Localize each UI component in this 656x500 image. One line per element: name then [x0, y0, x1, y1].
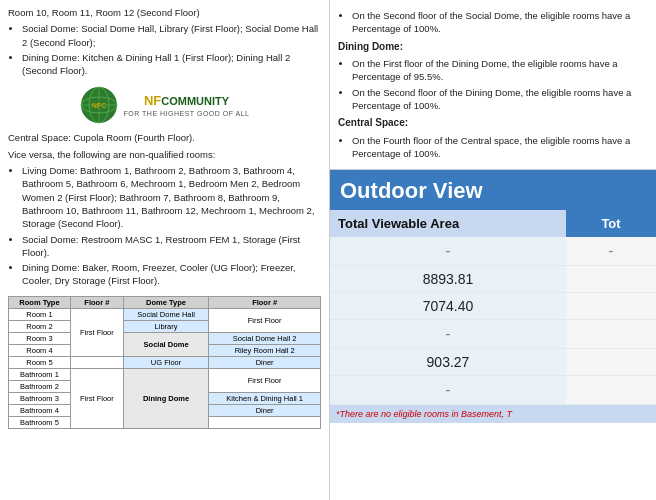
bullet-item: Social Dome: Social Dome Hall, Library (… [22, 22, 321, 49]
logo-area: NFC NFCOMMUNITY FOR THE HIGHEST GOOD OF … [8, 85, 321, 127]
room-name: Room 2 [9, 320, 71, 332]
tot-value [566, 376, 656, 405]
floor-val [70, 356, 123, 368]
central-space-heading: Central Space: [338, 116, 648, 131]
floor2-val: First Floor [209, 308, 321, 332]
floor2-val: Kitchen & Dining Hall 1 [209, 392, 321, 404]
table-row: Room 1 First Floor Social Dome Hall Firs… [9, 308, 321, 320]
floor2-val: Diner [209, 404, 321, 416]
room-name: Room 3 [9, 332, 71, 344]
tot-value: - [566, 237, 656, 266]
globe-icon: NFC [79, 85, 119, 125]
table-row: 903.27 [330, 349, 656, 376]
dome-val: Library [123, 320, 208, 332]
table-row: Room 5 UG Floor Diner [9, 356, 321, 368]
bullet-item: On the Second floor of the Dining Dome, … [352, 86, 648, 113]
footer-note: *There are no eligible rooms in Basement… [330, 405, 656, 423]
table-row: Room 3 Social Dome Social Dome Hall 2 [9, 332, 321, 344]
dome-val: UG Floor [123, 356, 208, 368]
logo-tagline: FOR THE HIGHEST GOOD OF ALL [123, 110, 249, 117]
social-dome-bullets: Social Dome: Social Dome Hall, Library (… [8, 22, 321, 77]
bullet-item: Living Dome: Bathroom 1, Bathroom 2, Bat… [22, 164, 321, 230]
non-qualified-list: Living Dome: Bathroom 1, Bathroom 2, Bat… [8, 164, 321, 288]
logo-block: NFC NFCOMMUNITY FOR THE HIGHEST GOOD OF … [79, 85, 249, 125]
bullet-item: On the Second floor of the Social Dome, … [352, 9, 648, 36]
top-doc-section: On the Second floor of the Social Dome, … [330, 0, 656, 170]
outdoor-header: Outdoor View [330, 170, 656, 210]
room-name: Bathroom 2 [9, 380, 71, 392]
table-row: 8893.81 [330, 266, 656, 293]
bullet-item: On the First floor of the Dining Dome, t… [352, 57, 648, 84]
right-bullets: On the Second floor of the Social Dome, … [338, 9, 648, 36]
outdoor-col-left: Total Viewable Area [330, 210, 566, 237]
floor2-val [209, 416, 321, 428]
dome-val: Social Dome Hall [123, 308, 208, 320]
bullet-item: On the Fourth floor of the Central space… [352, 134, 648, 161]
tot-value [566, 293, 656, 320]
vice-versa-note: Vice versa, the following are non-qualif… [8, 148, 321, 161]
logo-name: NFCOMMUNITY [123, 93, 249, 108]
room-name: Room 4 [9, 344, 71, 356]
table-row: - [330, 376, 656, 405]
tot-value [566, 349, 656, 376]
central-space-note: Central Space: Cupola Room (Fourth Floor… [8, 131, 321, 144]
room-name: Room 5 [9, 356, 71, 368]
table-row: - - [330, 237, 656, 266]
col-header-dome-type: Dome Type [123, 296, 208, 308]
dome-val: Social Dome [123, 332, 208, 356]
floor2-val: First Floor [209, 368, 321, 392]
room-name: Room 1 [9, 308, 71, 320]
col-header-floor2: Floor # [209, 296, 321, 308]
tot-value [566, 266, 656, 293]
area-value: - [330, 376, 566, 405]
area-value: 7074.40 [330, 293, 566, 320]
bullet-item: Dining Dome: Kitchen & Dining Hall 1 (Fi… [22, 51, 321, 78]
area-value: - [330, 237, 566, 266]
area-value: 8893.81 [330, 266, 566, 293]
room-table: Room Type Floor # Dome Type Floor # Room… [8, 296, 321, 429]
central-space-bullets: On the Fourth floor of the Central space… [338, 134, 648, 161]
dining-dome-bullets: On the First floor of the Dining Dome, t… [338, 57, 648, 112]
dining-dome-heading: Dining Dome: [338, 40, 648, 55]
table-row: Bathroom 1 First Floor Dining Dome First… [9, 368, 321, 380]
area-value: 903.27 [330, 349, 566, 376]
table-row: - [330, 320, 656, 349]
tot-value [566, 320, 656, 349]
room-name: Bathroom 3 [9, 392, 71, 404]
floor2-val: Diner [209, 356, 321, 368]
bullet-item: Dining Dome: Baker, Room, Freezer, Coole… [22, 261, 321, 288]
floor2-val: Social Dome Hall 2 [209, 332, 321, 344]
outdoor-table-area: Total Viewable Area Tot - - 8893.81 7074… [330, 210, 656, 405]
left-panel: Room 10, Room 11, Room 12 (Second Floor)… [0, 0, 330, 500]
col-header-floor1: Floor # [70, 296, 123, 308]
area-value: - [330, 320, 566, 349]
outdoor-data-table: Total Viewable Area Tot - - 8893.81 7074… [330, 210, 656, 405]
floor-val: First Floor [70, 368, 123, 428]
intro-text: Room 10, Room 11, Room 12 (Second Floor) [8, 6, 321, 19]
svg-text:NFC: NFC [92, 102, 106, 109]
table-row: 7074.40 [330, 293, 656, 320]
outdoor-col-right: Tot [566, 210, 656, 237]
outdoor-section: Outdoor View [330, 170, 656, 210]
bullet-item: Social Dome: Restroom MASC 1, Restroom F… [22, 233, 321, 260]
col-header-room-type: Room Type [9, 296, 71, 308]
dome-val: Dining Dome [123, 368, 208, 428]
floor-val: First Floor [70, 308, 123, 356]
room-name: Bathroom 5 [9, 416, 71, 428]
room-name: Bathroom 4 [9, 404, 71, 416]
logo-name-block: NFCOMMUNITY FOR THE HIGHEST GOOD OF ALL [123, 93, 249, 117]
table-section: Room Type Floor # Dome Type Floor # Room… [8, 296, 321, 429]
room-name: Bathroom 1 [9, 368, 71, 380]
floor2-val: Riley Room Hall 2 [209, 344, 321, 356]
right-panel: On the Second floor of the Social Dome, … [330, 0, 656, 500]
